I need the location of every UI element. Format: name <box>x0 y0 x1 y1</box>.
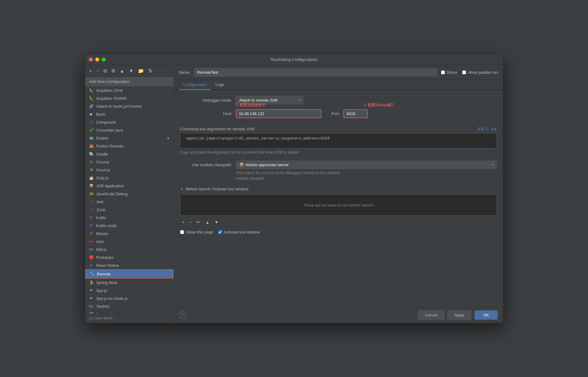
tab-configuration[interactable]: Configuration <box>179 80 211 90</box>
sidebar-item-label: Kotlin <box>96 215 170 220</box>
sidebar-item-attach-nodejs[interactable]: 🔗 Attach to Node.js/Chrome <box>85 102 174 110</box>
sidebar-item-junit[interactable]: ◈ JUnit <box>85 206 174 214</box>
copy-config-button[interactable]: ⧉ <box>102 67 108 75</box>
arquillian-junit-icon: 🐛 <box>89 88 94 93</box>
launch-edit-button[interactable]: ✏ <box>195 219 202 226</box>
name-input[interactable] <box>194 68 437 77</box>
launch-toolbar: + − ✏ ▲ ▼ <box>180 219 497 226</box>
sidebar-item-jest[interactable]: ⬡ Jest <box>85 198 174 206</box>
bottom-left: ? <box>179 312 186 319</box>
sidebar-item-react-native[interactable]: ⚛ React Native <box>85 261 174 269</box>
ok-button[interactable]: OK <box>474 310 498 320</box>
settings-button[interactable]: ⚙ <box>110 67 117 75</box>
host-port-row: 2. 配置远程服务IP 3. 配置Debug端口 Host: Port: <box>180 109 497 118</box>
docker-icon: 🐳 <box>89 136 94 140</box>
sidebar-item-label: React Native <box>96 263 170 268</box>
show-page-checkbox[interactable] <box>180 230 184 234</box>
sidebar-item-spy-js-node[interactable]: 👁 Spy-js for Node.js <box>85 294 174 302</box>
sidebar-item-gulp[interactable]: ☕ Gulp.js <box>85 174 174 182</box>
show-page-row: Show this page Activate tool window <box>180 230 497 234</box>
sidebar-item-compound[interactable]: ⬡ Compound <box>85 118 174 126</box>
bash-icon: ▶ <box>89 112 94 117</box>
show-page-label[interactable]: Show this page <box>180 230 213 234</box>
add-config-button[interactable]: + <box>88 67 93 75</box>
jar-icon: 📦 <box>89 183 94 188</box>
kotlin-icon: K <box>89 215 94 220</box>
sidebar-item-arquillian-testng[interactable]: 🐛 Arquillian TestNG <box>85 94 174 102</box>
run-debug-configurations-window: Run/Debug Configurations + − ⧉ ⚙ ▲ ▼ 📁 ⇅… <box>85 54 503 323</box>
sidebar-item-groovy[interactable]: G Groovy <box>85 158 174 166</box>
host-input[interactable] <box>236 109 322 118</box>
sidebar-item-docker[interactable]: 🐳 Docker ▶ <box>85 134 174 142</box>
sidebar-item-spy-js[interactable]: 👁 Spy-js <box>85 286 174 294</box>
minimize-button[interactable] <box>95 58 99 62</box>
spring-boot-icon: 🍃 <box>89 280 94 285</box>
collapse-arrow-icon[interactable]: ▼ <box>180 187 183 191</box>
jdk-link[interactable]: JDK 5 - 8 ▾ <box>477 127 497 131</box>
port-label: Port: <box>331 111 340 116</box>
maximize-button[interactable] <box>102 58 106 62</box>
sidebar-toolbar: + − ⧉ ⚙ ▲ ▼ 📁 ⇅ <box>85 65 174 77</box>
activate-window-label[interactable]: Activate tool window <box>218 230 260 234</box>
move-down-button[interactable]: ▼ <box>127 67 135 75</box>
window-title: Run/Debug Configurations <box>270 57 317 62</box>
react-native-icon: ⚛ <box>89 263 94 268</box>
sidebar-item-jar[interactable]: 📦 JAR Application <box>85 182 174 190</box>
remove-config-button[interactable]: − <box>95 67 100 75</box>
launch-remove-button[interactable]: − <box>187 219 194 226</box>
sidebar-item-label: Attach to Node.js/Chrome <box>96 104 170 109</box>
before-launch-title: Before launch: Activate tool window <box>186 187 249 191</box>
close-button[interactable] <box>89 58 93 62</box>
spy-js-icon: 👁 <box>89 288 94 293</box>
port-input[interactable] <box>343 109 368 118</box>
activate-window-checkbox[interactable] <box>218 230 222 234</box>
more-items[interactable]: 12 more items... <box>85 313 174 323</box>
launch-add-button[interactable]: + <box>180 219 186 226</box>
sidebar-item-firefox[interactable]: 🦊 Firefox Remote <box>85 142 174 150</box>
sidebar-item-gradle[interactable]: 🐘 Gradle <box>85 150 174 158</box>
module-classpath-row: Use module classpath: 📦 xframe-appcenter… <box>180 161 497 169</box>
docker-chevron-icon: ▶ <box>168 136 170 140</box>
sidebar-item-testng[interactable]: NG TestNG <box>85 302 174 310</box>
sort-button[interactable]: ⇅ <box>147 67 154 75</box>
help-button[interactable]: ? <box>179 312 186 319</box>
sidebar-item-kotlin-script[interactable]: K Kotlin script <box>85 222 174 230</box>
sidebar-item-spring-boot[interactable]: 🍃 Spring Boot <box>85 278 174 286</box>
sidebar-item-label: Grunt.js <box>96 168 170 172</box>
launch-up-button[interactable]: ▲ <box>203 219 211 226</box>
module-hint: First search for sources of the debugged… <box>236 171 497 175</box>
tab-logs[interactable]: Logs <box>211 80 228 90</box>
sidebar-item-cucumber[interactable]: 🥒 Cucumber java <box>85 126 174 134</box>
sidebar-item-bash[interactable]: ▶ Bash <box>85 110 174 118</box>
sidebar-item-maven[interactable]: M Maven <box>85 230 174 237</box>
sidebar-item-arquillian-junit[interactable]: 🐛 Arquillian JUnit <box>85 86 174 94</box>
folder-button[interactable]: 📁 <box>136 67 145 75</box>
groovy-icon: G <box>89 159 94 164</box>
sidebar-item-label: Kotlin script <box>96 223 170 228</box>
jest-icon: ⬡ <box>89 199 94 204</box>
launch-down-button[interactable]: ▼ <box>213 219 221 226</box>
before-launch-section: ▼ Before launch: Activate tool window Th… <box>180 187 497 234</box>
sidebar-item-kotlin[interactable]: K Kotlin <box>85 214 174 222</box>
parallel-checkbox[interactable] <box>462 70 466 74</box>
parallel-label: Allow parallel run <box>468 70 498 75</box>
sidebar-item-protractor[interactable]: 🔴 Protractor <box>85 253 174 261</box>
parallel-checkbox-label[interactable]: Allow parallel run <box>462 70 498 75</box>
sidebar-item-npm[interactable]: npm npm <box>85 237 174 245</box>
share-checkbox[interactable] <box>441 70 445 74</box>
sidebar-item-grunt[interactable]: ⚙ Grunt.js <box>85 166 174 174</box>
sidebar-item-nwjs[interactable]: NW NW.js <box>85 245 174 253</box>
host-label: Host: <box>180 111 232 116</box>
module-select[interactable]: 📦 xframe-appcenter-server <box>236 161 497 169</box>
sidebar-item-label: Arquillian TestNG <box>96 96 170 101</box>
sidebar-item-tomcat[interactable]: 🐱 Tomcat Server ▶ <box>85 310 174 313</box>
cancel-button[interactable]: Cancel <box>418 310 444 320</box>
sidebar-item-remote[interactable]: 🔧 Remote 1. 选择Remote <box>85 269 174 278</box>
share-checkbox-label[interactable]: Share <box>441 70 457 75</box>
jvm-args-label: Command line arguments for remote JVM: <box>180 127 255 131</box>
remote-icon: 🔧 <box>89 271 94 276</box>
sidebar-item-js-debug[interactable]: JS JavaScript Debug <box>85 190 174 198</box>
move-up-button[interactable]: ▲ <box>118 67 126 75</box>
sidebar-item-label: Gulp.js <box>96 176 170 180</box>
apply-button[interactable]: Apply <box>447 310 472 320</box>
